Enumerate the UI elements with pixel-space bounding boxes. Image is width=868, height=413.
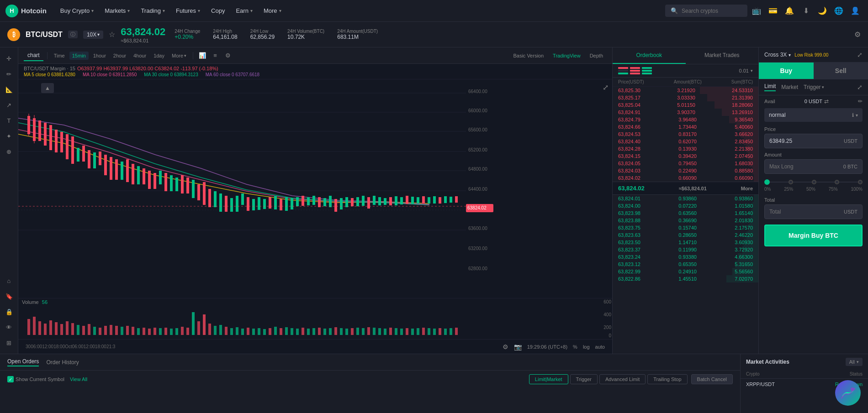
search-input[interactable] <box>682 8 742 14</box>
time-btn-1day[interactable]: 1day <box>151 52 167 60</box>
btn-limit-market[interactable]: Limit|Market <box>529 374 568 384</box>
sidebar-icon-bookmark[interactable]: 🔖 <box>2 289 16 303</box>
log-view[interactable]: log <box>583 344 590 350</box>
search-box[interactable]: 🔍 <box>665 5 747 17</box>
star-btn[interactable]: ☆ <box>109 30 115 39</box>
ob-icon-both[interactable] <box>618 67 628 74</box>
sidebar-icon-eye[interactable]: 👁 <box>2 320 16 335</box>
screenshot-icon[interactable]: 📷 <box>514 343 522 350</box>
bid-row-4[interactable]: 63,823.750.157402.17570 <box>613 224 758 231</box>
ask-row-4[interactable]: 63,824.793.964809.36540 <box>613 116 758 123</box>
nav-icon-card[interactable]: 💳 <box>766 4 780 18</box>
batch-cancel-btn[interactable]: Batch Cancel <box>691 374 733 384</box>
sidebar-icon-ruler[interactable]: 📐 <box>2 82 16 97</box>
basic-version-btn[interactable]: Basic Version <box>509 52 547 60</box>
nav-icon-monitor[interactable]: 📺 <box>749 4 764 18</box>
sidebar-icon-star[interactable]: ✦ <box>2 129 16 143</box>
btn-advanced-limit[interactable]: Advanced Limit <box>599 374 646 384</box>
expand-icon[interactable]: ⤢ <box>857 51 863 58</box>
slider-dot-75[interactable] <box>835 180 839 184</box>
sidebar-icon-home[interactable]: ⌂ <box>2 273 16 288</box>
chart-type-line[interactable]: ≡ <box>210 50 221 61</box>
time-btn-1hour[interactable]: 1hour <box>90 52 109 60</box>
floating-avatar[interactable] <box>835 380 861 406</box>
bid-row-7[interactable]: 63,823.370.119903.72920 <box>613 246 758 253</box>
time-btn-15min[interactable]: 15min <box>69 52 89 60</box>
btn-trigger[interactable]: Trigger <box>570 374 598 384</box>
btn-trailing-stop[interactable]: Trailing Stop <box>647 374 687 384</box>
ask-row-7[interactable]: 63,824.400.620702.83450 <box>613 138 758 145</box>
price-input[interactable] <box>769 138 844 144</box>
bid-row-5[interactable]: 63,823.630.286502.46220 <box>613 231 758 239</box>
ask-row-8[interactable]: 63,824.280.139302.21380 <box>613 145 758 152</box>
symbol-name[interactable]: BTC/USDT <box>26 31 63 39</box>
sidebar-icon-pencil[interactable]: ✏ <box>2 67 16 81</box>
bid-row-10[interactable]: 63,822.990.249105.56560 <box>613 268 758 275</box>
auto-view[interactable]: auto <box>595 344 605 350</box>
ob-icon-asks[interactable] <box>630 67 640 74</box>
bid-row-11[interactable]: 63,822.861.455107.02070 <box>613 275 758 282</box>
tab-market-trades[interactable]: Market Trades <box>686 47 759 64</box>
sidebar-icon-grid[interactable]: ⊞ <box>2 335 16 350</box>
bid-row-9[interactable]: 63,823.120.653505.31650 <box>613 261 758 268</box>
leverage-badge[interactable]: 10X ▾ <box>83 31 103 39</box>
nav-futures[interactable]: Futures ▾ <box>171 5 205 17</box>
cross-leverage-btn[interactable]: Cross 3X ▾ Low Risk 999.00 <box>764 52 828 58</box>
normal-select[interactable]: normal ℹ ▾ <box>764 108 863 122</box>
time-btn-2hour[interactable]: 2hour <box>111 52 129 60</box>
ob-precision[interactable]: 0.01 ▾ <box>739 68 753 73</box>
ask-row-0[interactable]: 63,825.303.2192024.53310 <box>613 87 758 94</box>
settings-icon[interactable]: ⚙ <box>503 343 508 350</box>
time-btn-4hour[interactable]: 4hour <box>131 52 149 60</box>
sidebar-icon-lock[interactable]: 🔒 <box>2 304 16 319</box>
ask-row-3[interactable]: 63,824.913.9037013.26910 <box>613 109 758 116</box>
tab-orderbook[interactable]: Orderbook <box>613 47 686 64</box>
ma-filter-btn[interactable]: All ▾ <box>846 358 863 366</box>
bid-row-8[interactable]: 63,823.240.933804.66300 <box>613 253 758 261</box>
scroll-up-btn[interactable]: ▲ <box>41 83 54 93</box>
slider-track[interactable] <box>764 179 863 185</box>
nav-markets[interactable]: Markets ▾ <box>100 5 134 17</box>
nav-icon-theme[interactable]: 🌙 <box>815 4 830 18</box>
ask-row-9[interactable]: 63,824.150.394202.07450 <box>613 152 758 160</box>
nav-copy[interactable]: Copy <box>206 5 229 17</box>
nav-icon-download[interactable]: ⬇ <box>799 4 813 18</box>
slider-dot-100[interactable] <box>858 180 863 184</box>
sidebar-icon-text[interactable]: T <box>2 113 16 128</box>
info-badge[interactable]: ⓘ <box>68 31 78 38</box>
buy-btn[interactable]: Buy <box>759 63 814 79</box>
tab-market[interactable]: Market <box>781 84 798 90</box>
bid-row-3[interactable]: 63,823.880.366902.01830 <box>613 217 758 224</box>
ask-row-2[interactable]: 63,825.045.0115018.28060 <box>613 101 758 109</box>
slider-dot-0[interactable] <box>764 179 770 185</box>
settings-icon[interactable]: ⚙ <box>854 30 861 39</box>
bid-row-2[interactable]: 63,823.980.635601.65140 <box>613 209 758 217</box>
total-input[interactable] <box>769 209 844 215</box>
time-btn-more[interactable]: More ▾ <box>169 52 189 60</box>
ask-row-6[interactable]: 63,824.530.831703.66620 <box>613 131 758 138</box>
ask-row-1[interactable]: 63,825.173.0333021.31390 <box>613 94 758 101</box>
ask-row-12[interactable]: 63,824.020.660900.66090 <box>613 174 758 182</box>
bid-row-6[interactable]: 63,823.501.147103.60930 <box>613 239 758 246</box>
chart-tab[interactable]: chart <box>24 50 43 61</box>
sidebar-icon-crosshair[interactable]: ✛ <box>2 51 16 66</box>
tab-open-orders[interactable]: Open Orders <box>7 358 39 366</box>
chart-type-candlestick[interactable]: 📊 <box>197 50 208 61</box>
view-all-link[interactable]: View All <box>70 376 87 382</box>
avail-edit-icon[interactable]: ✏ <box>858 98 863 105</box>
time-btn-time[interactable]: Time <box>51 52 68 60</box>
ask-row-11[interactable]: 63,824.030.224900.88580 <box>613 167 758 174</box>
nav-icon-globe[interactable]: 🌐 <box>831 4 846 18</box>
transfer-icon[interactable]: ⇄ <box>824 98 829 105</box>
trading-view-btn[interactable]: TradingView <box>549 52 584 60</box>
tab-order-history[interactable]: Order History <box>46 359 79 366</box>
ob-icon-bids[interactable] <box>642 67 652 74</box>
nav-trading[interactable]: Trading ▾ <box>136 5 169 17</box>
slider-dot-25[interactable] <box>789 180 793 184</box>
expand-panel-btn[interactable]: ⤢ <box>857 84 863 91</box>
margin-buy-btn[interactable]: Margin Buy BTC <box>764 225 863 246</box>
tab-trigger[interactable]: Trigger ▾ <box>804 84 824 90</box>
nav-icon-bell[interactable]: 🔔 <box>782 4 797 18</box>
depth-btn[interactable]: Depth <box>586 52 607 60</box>
slider-dot-50[interactable] <box>812 180 816 184</box>
